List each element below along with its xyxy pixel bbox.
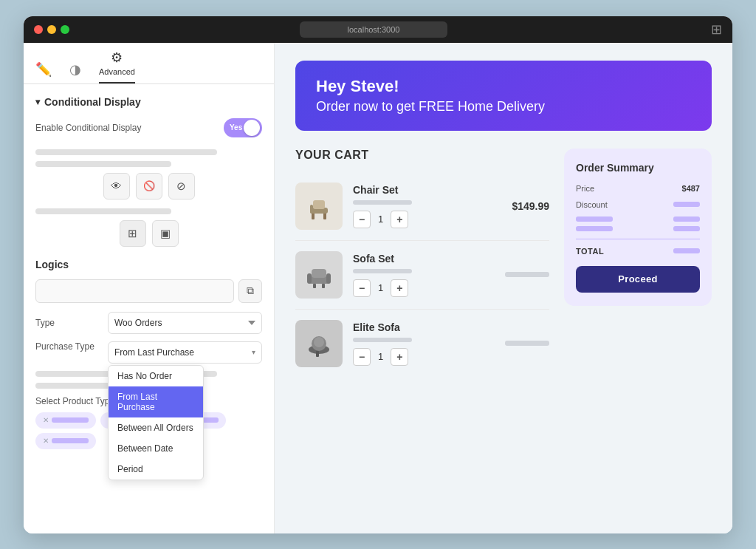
- discount-sub-bar-1a: [576, 216, 613, 222]
- url-bar[interactable]: localhost:3000: [300, 21, 447, 38]
- dropdown-item-period[interactable]: Period: [109, 459, 203, 480]
- ban-button[interactable]: ⊘: [168, 173, 195, 200]
- chair-set-info: Chair Set − 1 +: [353, 184, 501, 228]
- sofa-set-bar: [353, 269, 412, 273]
- conditional-display-toggle[interactable]: Yes: [224, 118, 262, 137]
- elite-sofa-qty: 1: [378, 351, 383, 362]
- total-label: TOTAL: [576, 247, 604, 256]
- svg-rect-9: [313, 284, 316, 288]
- logics-section: Logics ⧉ Type Woo Orders: [35, 259, 262, 449]
- tag-1-label: [52, 417, 89, 423]
- grid-view-icon: ⊞: [128, 227, 137, 240]
- tag-1-remove-icon[interactable]: ✕: [43, 416, 49, 424]
- copy-button[interactable]: ⧉: [238, 279, 262, 303]
- elite-sofa-name: Elite Sofa: [353, 321, 495, 333]
- svg-rect-6: [307, 273, 312, 284]
- price-value: $487: [682, 184, 700, 193]
- discount-sub-row-1: [576, 216, 700, 222]
- chair-set-qty-minus[interactable]: −: [353, 211, 371, 228]
- dropdown-item-from-last-purchase[interactable]: From Last Purchase: [109, 386, 203, 417]
- discount-bar: [673, 202, 700, 207]
- eye-icon: 👁: [111, 180, 122, 192]
- price-label: Price: [576, 184, 594, 193]
- type-select[interactable]: Woo Orders: [108, 312, 262, 334]
- chair-set-qty-row: − 1 +: [353, 211, 501, 228]
- dropdown-item-between-date[interactable]: Between Date: [109, 438, 203, 459]
- tag-1[interactable]: ✕: [35, 412, 96, 429]
- cart-order-row: YOUR CART: [295, 149, 712, 378]
- chair-set-image: [295, 183, 343, 230]
- tag-4-remove-icon[interactable]: ✕: [43, 437, 49, 445]
- elite-sofa-qty-minus[interactable]: −: [353, 348, 371, 366]
- sofa-set-price-placeholder: [505, 272, 549, 277]
- banner-greeting: Hey Steve!: [316, 77, 691, 96]
- layout-icon-row: ⊞ ▣: [35, 220, 262, 247]
- placeholder-bar-1: [35, 149, 217, 155]
- tag-4[interactable]: ✕: [35, 433, 96, 449]
- eye-off-button[interactable]: 🚫: [136, 173, 162, 200]
- promo-banner: Hey Steve! Order now to get FREE Home De…: [295, 61, 712, 131]
- tl-green[interactable]: [61, 25, 69, 34]
- edit-icon: ✏️: [35, 61, 52, 78]
- price-row: Price $487: [576, 184, 700, 193]
- purchase-type-trigger[interactable]: From Last Purchase ▾: [108, 341, 262, 364]
- sofa-set-qty-minus[interactable]: −: [353, 279, 371, 297]
- title-bar-right: ⊞: [678, 21, 722, 38]
- type-label: Type: [35, 318, 102, 328]
- logics-input[interactable]: [35, 279, 234, 303]
- elite-sofa-svg: [304, 329, 334, 358]
- title-bar-center: localhost:3000: [69, 21, 678, 38]
- dropdown-item-has-no-order[interactable]: Has No Order: [109, 366, 203, 386]
- enable-conditional-display-row: Enable Conditional Display Yes: [35, 118, 262, 137]
- logics-title: Logics: [35, 259, 262, 270]
- single-view-icon: ▣: [160, 227, 171, 240]
- discount-sub-bars: [576, 216, 700, 231]
- svg-rect-8: [312, 269, 326, 278]
- grid-view-button[interactable]: ⊞: [120, 220, 146, 247]
- tl-yellow[interactable]: [47, 25, 56, 34]
- type-row: Type Woo Orders: [35, 312, 262, 334]
- svg-rect-4: [310, 205, 313, 214]
- eye-button[interactable]: 👁: [103, 173, 130, 200]
- sofa-set-price-area: [505, 272, 549, 277]
- gear-icon: ⚙: [111, 50, 123, 66]
- visibility-icon-row: 👁 🚫 ⊘: [35, 173, 262, 200]
- ban-icon: ⊘: [176, 180, 186, 193]
- tab-edit[interactable]: ✏️: [35, 61, 52, 83]
- app-window: localhost:3000 ⊞ ✏️ ◑ ⚙ Advanced: [24, 16, 732, 533]
- proceed-button[interactable]: Proceed: [576, 266, 700, 293]
- cart-title: YOUR CART: [295, 149, 549, 162]
- cart-item-elite-sofa: Elite Sofa − 1 +: [295, 310, 549, 378]
- elite-sofa-bar: [353, 338, 412, 342]
- elite-sofa-info: Elite Sofa − 1 +: [353, 321, 495, 366]
- purchase-type-label: Purchase Type: [35, 341, 102, 352]
- toggle-yes-label: Yes: [230, 123, 242, 132]
- tab-advanced[interactable]: ⚙ Advanced: [99, 50, 135, 83]
- single-view-button[interactable]: ▣: [152, 220, 179, 247]
- discount-sub-row-2: [576, 226, 700, 231]
- cart-item-chair-set: Chair Set − 1 + $149.99: [295, 172, 549, 241]
- chair-set-qty-plus[interactable]: +: [391, 211, 408, 228]
- chair-set-name: Chair Set: [353, 184, 501, 196]
- dropdown-item-between-all-orders[interactable]: Between All Orders: [109, 417, 203, 438]
- purchase-type-dropdown-list: Has No Order From Last Purchase Between …: [108, 365, 204, 480]
- traffic-lights: [34, 25, 69, 34]
- tab-style[interactable]: ◑: [69, 61, 81, 83]
- chair-set-bar: [353, 200, 412, 205]
- order-summary-title: Order Summary: [576, 162, 700, 174]
- grid-icon[interactable]: ⊞: [711, 21, 722, 38]
- elite-sofa-price-placeholder: [505, 341, 549, 346]
- elite-sofa-qty-plus[interactable]: +: [391, 348, 408, 366]
- purchase-type-dropdown-container: From Last Purchase ▾ Has No Order From L…: [108, 341, 262, 364]
- svg-rect-10: [322, 284, 325, 288]
- discount-sub-bar-2b: [673, 226, 700, 231]
- discount-sub-bar-1b: [673, 216, 700, 222]
- discount-row: Discount: [576, 200, 700, 209]
- sofa-svg: [304, 260, 334, 290]
- purchase-type-row: Purchase Type From Last Purchase ▾ Has N…: [35, 341, 262, 364]
- sofa-set-qty-plus[interactable]: +: [391, 279, 408, 297]
- elite-sofa-qty-row: − 1 +: [353, 348, 495, 366]
- tl-red[interactable]: [34, 25, 43, 34]
- chair-set-qty: 1: [378, 214, 383, 225]
- placeholder-bar-2: [35, 161, 171, 167]
